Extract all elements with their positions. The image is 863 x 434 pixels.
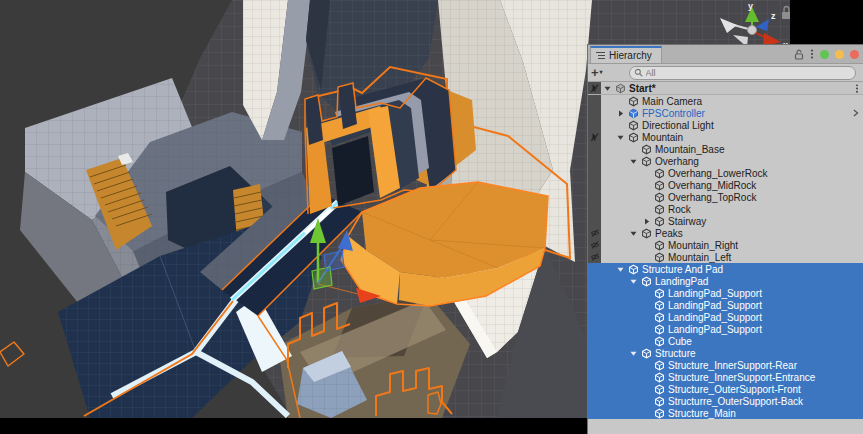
traffic-light-yellow[interactable]: [835, 50, 844, 59]
tree-item-mountain-left[interactable]: Mountain_Left: [588, 251, 863, 263]
visibility-gutter[interactable]: [588, 119, 601, 131]
expander-toggle[interactable]: [640, 217, 653, 226]
item-options-button[interactable]: [855, 83, 863, 94]
expander-open-icon: [629, 277, 638, 286]
visibility-gutter[interactable]: [588, 107, 601, 119]
visibility-gutter[interactable]: [588, 239, 601, 251]
visibility-gutter[interactable]: [588, 179, 601, 191]
visibility-gutter[interactable]: [588, 82, 601, 94]
visibility-gutter[interactable]: [588, 311, 601, 323]
visibility-gutter[interactable]: [588, 263, 601, 275]
expander-toggle[interactable]: [627, 349, 640, 358]
tree-item-landingpad-support[interactable]: LandingPad_Support: [588, 323, 863, 335]
tree-item-structure-innersupport-rear[interactable]: Structure_InnerSupport-Rear: [588, 359, 863, 371]
tree-item-structure-main[interactable]: Structure_Main: [588, 407, 863, 419]
tree-item-cube[interactable]: Cube: [588, 335, 863, 347]
expander-toggle[interactable]: [601, 84, 614, 93]
expander-toggle[interactable]: [614, 265, 627, 274]
cube-icon-slot: [653, 372, 666, 383]
visibility-gutter[interactable]: [588, 191, 601, 203]
tree-item-fpscontroller[interactable]: FPSController: [588, 107, 863, 119]
cube-icon: [654, 252, 665, 263]
expander-toggle[interactable]: [627, 277, 640, 286]
add-object-label: +: [591, 66, 599, 79]
tree-item-directional-light[interactable]: Directional Light: [588, 119, 863, 131]
search-input[interactable]: [646, 68, 851, 78]
gizmo-plane-handle-blue[interactable]: [324, 251, 344, 271]
tree-item-overhang-lowerrock[interactable]: Overhang_LowerRock: [588, 167, 863, 179]
expander-closed-icon: [642, 217, 651, 226]
search-field[interactable]: [629, 66, 856, 80]
tree-item-overhang[interactable]: Overhang: [588, 155, 863, 167]
visibility-gutter[interactable]: [588, 131, 601, 143]
visibility-gutter[interactable]: [588, 143, 601, 155]
cube-icon: [654, 300, 665, 311]
tree-item-start[interactable]: Start*: [588, 82, 863, 95]
visibility-gutter[interactable]: [588, 383, 601, 395]
tree-item-label: FPSController: [640, 108, 705, 119]
tree-item-landingpad[interactable]: LandingPad: [588, 275, 863, 287]
cube-icon: [654, 312, 665, 323]
visibility-gutter[interactable]: [588, 287, 601, 299]
expander-toggle[interactable]: [627, 229, 640, 238]
visibility-gutter[interactable]: [588, 251, 601, 263]
visibility-off-icon: [590, 228, 600, 238]
tree-item-mountain-base[interactable]: Mountain_Base: [588, 143, 863, 155]
visibility-gutter[interactable]: [588, 407, 601, 419]
picking-off-icon: [590, 83, 600, 93]
visibility-gutter[interactable]: [588, 335, 601, 347]
tree-item-landingpad-support[interactable]: LandingPad_Support: [588, 287, 863, 299]
tree-item-mountain-right[interactable]: Mountain_Right: [588, 239, 863, 251]
expander-toggle[interactable]: [614, 133, 627, 142]
visibility-gutter[interactable]: [588, 395, 601, 407]
kebab-menu-icon[interactable]: [810, 48, 814, 60]
expander-open-icon: [629, 157, 638, 166]
traffic-light-green[interactable]: [820, 50, 829, 59]
tree-item-landingpad-support[interactable]: LandingPad_Support: [588, 299, 863, 311]
visibility-gutter[interactable]: [588, 275, 601, 287]
visibility-gutter[interactable]: [588, 359, 601, 371]
visibility-gutter[interactable]: [588, 323, 601, 335]
lock-icon[interactable]: [794, 49, 804, 60]
tree-item-overhang-toprock[interactable]: Overhang_TopRock: [588, 191, 863, 203]
tree-item-structure-and-pad[interactable]: Structure And Pad: [588, 263, 863, 275]
tree-item-main-camera[interactable]: Main Camera: [588, 95, 863, 107]
tree-item-rock[interactable]: Rock: [588, 203, 863, 215]
cube-icon-slot: [640, 228, 653, 239]
visibility-gutter[interactable]: [588, 227, 601, 239]
prefab-chevron-icon: [852, 108, 859, 118]
tree-item-stairway[interactable]: Stairway: [588, 215, 863, 227]
tree-item-structure[interactable]: Structure: [588, 347, 863, 359]
expander-open-icon: [629, 229, 638, 238]
expander-toggle[interactable]: [627, 157, 640, 166]
visibility-gutter[interactable]: [588, 155, 601, 167]
prefab-cube-icon: [628, 108, 639, 119]
visibility-gutter[interactable]: [588, 203, 601, 215]
tree-item-label: Structure And Pad: [640, 264, 723, 275]
axis-label-z: z: [771, 11, 776, 21]
tab-hierarchy[interactable]: Hierarchy: [590, 46, 662, 63]
scene-icon-slot: [614, 83, 627, 94]
visibility-gutter[interactable]: [588, 167, 601, 179]
expander-toggle[interactable]: [614, 109, 627, 118]
tree-item-overhang-midrock[interactable]: Overhang_MidRock: [588, 179, 863, 191]
tree-item-peaks[interactable]: Peaks: [588, 227, 863, 239]
tree-item-label: Structure_InnerSupport-Entrance: [666, 372, 815, 383]
visibility-gutter[interactable]: [588, 299, 601, 311]
traffic-light-red[interactable]: [850, 50, 859, 59]
tree-item-structurre-outersupport-back[interactable]: Structurre_OuterSupport-Back: [588, 395, 863, 407]
visibility-gutter[interactable]: [588, 215, 601, 227]
tree-item-structure-outersupport-front[interactable]: Structure_OuterSupport-Front: [588, 383, 863, 395]
tree-item-label: Structure_InnerSupport-Rear: [666, 360, 797, 371]
visibility-gutter[interactable]: [588, 95, 601, 107]
tree-item-mountain[interactable]: Mountain: [588, 131, 863, 143]
cube-icon: [628, 96, 639, 107]
tree-item-structure-innersupport-entrance[interactable]: Structure_InnerSupport-Entrance: [588, 371, 863, 383]
visibility-gutter[interactable]: [588, 347, 601, 359]
cube-icon: [654, 180, 665, 191]
visibility-gutter[interactable]: [588, 371, 601, 383]
tree-item-landingpad-support[interactable]: LandingPad_Support: [588, 311, 863, 323]
cube-icon: [641, 348, 652, 359]
open-prefab-button[interactable]: [852, 108, 863, 118]
add-object-button[interactable]: + ▾: [591, 66, 603, 79]
